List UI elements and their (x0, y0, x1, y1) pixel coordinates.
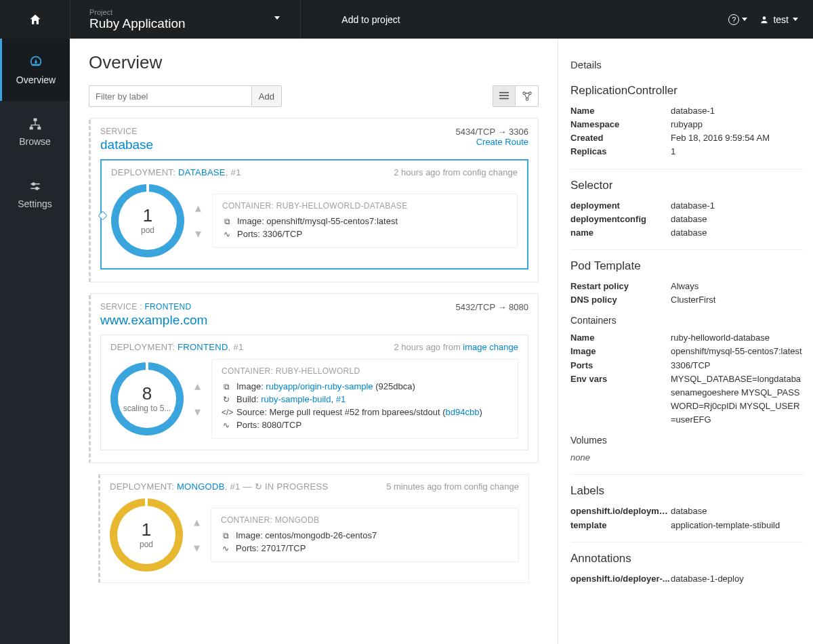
service-name-link[interactable]: database (100, 137, 153, 152)
sitemap-icon (28, 117, 42, 131)
route-url-link[interactable]: www.example.com (100, 313, 207, 327)
build-link[interactable]: ruby-sample-build (261, 394, 331, 404)
pod-label: scaling to 5... (123, 404, 171, 413)
service-label: SERVICE (100, 127, 153, 136)
image-row: Image: openshift/mysql-55-centos7:latest (237, 216, 398, 226)
list-view-button[interactable] (493, 85, 516, 107)
deployment-box-frontend[interactable]: DEPLOYMENT: FRONTEND, #1 2 hours ago fro… (100, 335, 528, 450)
deployment-box-mongodb[interactable]: DEPLOYMENT: MONGODB, #1 — ↻ IN PROGRESS … (98, 474, 529, 583)
deployment-name-link[interactable]: MONGODB (177, 481, 225, 492)
svg-rect-8 (499, 92, 509, 93)
scale-down-button[interactable]: ▾ (194, 404, 201, 419)
image-change-link[interactable]: image change (463, 342, 518, 352)
commit-link[interactable]: bd94cbb (446, 407, 480, 417)
chevron-down-icon (793, 18, 798, 21)
svg-rect-2 (29, 127, 33, 129)
image-row: Image: centos/mongodb-26-centos7 (236, 530, 377, 540)
chevron-down-icon (742, 18, 747, 21)
sidebar-item-label: Browse (19, 136, 51, 147)
help-menu[interactable]: ? (728, 14, 747, 25)
filter-add-button[interactable]: Add (251, 85, 282, 107)
pod-count: 1 (143, 207, 152, 224)
container-label: CONTAINER: RUBY-HELLOWORLD-DATABASE (222, 201, 507, 211)
service-tile-frontend: SERVICE : FRONTEND www.example.com 5432/… (89, 293, 539, 463)
image-icon: ⧉ (222, 382, 231, 391)
svg-point-11 (522, 92, 525, 95)
deployment-name-link[interactable]: DATABASE (178, 167, 226, 177)
deployment-tile-mongodb: DEPLOYMENT: MONGODB, #1 — ↻ IN PROGRESS … (89, 474, 539, 595)
port-mapping: 5432/TCP → 8080 (456, 302, 528, 312)
topology-view-button[interactable] (516, 85, 539, 107)
pod-label: pod (140, 540, 153, 549)
filter-bar: Add (89, 85, 539, 107)
rc-heading: ReplicationController (570, 84, 804, 98)
home-button[interactable] (0, 13, 70, 26)
deployment-label: DEPLOYMENT: (110, 342, 178, 352)
pod-count: 1 (142, 521, 151, 538)
help-icon: ? (728, 14, 739, 25)
page-title: Overview (89, 52, 548, 73)
scale-down-button[interactable]: ▾ (195, 226, 201, 241)
add-to-project-button[interactable]: Add to project (300, 0, 441, 39)
user-menu[interactable]: test (759, 14, 798, 25)
containers-subheading: Containers (570, 315, 804, 326)
image-icon: ⧉ (221, 531, 230, 540)
pod-donut[interactable]: 8 scaling to 5... (110, 362, 184, 435)
list-icon (499, 91, 509, 101)
svg-rect-1 (33, 119, 37, 121)
view-toggle (493, 85, 539, 107)
container-info: CONTAINER: MONGODB ⧉Image: centos/mongod… (211, 508, 519, 562)
svg-point-13 (526, 98, 528, 101)
deployment-time: 2 hours ago from config change (394, 167, 518, 177)
pod-count: 8 (142, 385, 152, 402)
svg-rect-3 (37, 127, 41, 129)
sidebar-item-browse[interactable]: Browse (0, 101, 70, 163)
chevron-down-icon (274, 16, 280, 20)
port-mapping: 5434/TCP → 3306 (456, 127, 528, 137)
code-icon: </> (222, 408, 231, 417)
deployment-name-link[interactable]: FRONTEND (178, 342, 228, 352)
top-navbar: Project Ruby Application Add to project … (0, 0, 813, 39)
main-content: Overview Add SERVICE database 5434/TCP →… (70, 39, 558, 644)
sidebar-item-label: Settings (18, 198, 52, 209)
service-frontend-link[interactable]: FRONTEND (144, 302, 191, 312)
project-selector[interactable]: Project Ruby Application (70, 0, 300, 39)
create-route-link[interactable]: Create Route (476, 137, 528, 147)
scale-down-button[interactable]: ▾ (194, 540, 200, 555)
build-number-link[interactable]: #1 (336, 394, 346, 404)
ports-row: Ports: 8080/TCP (236, 420, 301, 430)
deployment-time-pre: 2 hours ago from (394, 342, 463, 352)
refresh-icon: ↻ (222, 395, 231, 404)
sliders-icon (28, 179, 42, 193)
image-link[interactable]: rubyapp/origin-ruby-sample (266, 381, 373, 391)
deployment-number: , #1 (228, 342, 244, 352)
scale-up-button[interactable]: ▴ (194, 515, 200, 530)
filter-input[interactable] (89, 85, 251, 107)
user-icon (759, 15, 769, 24)
details-title: Details (570, 59, 804, 70)
container-info: CONTAINER: RUBY-HELLOWORLD-DATABASE ⧉Ima… (212, 194, 518, 248)
pod-donut[interactable]: 1 pod (110, 498, 183, 572)
pod-template-heading: Pod Template (570, 259, 804, 273)
scale-up-button[interactable]: ▴ (194, 379, 201, 393)
deployment-status: , #1 — ↻ IN PROGRESS (225, 481, 329, 492)
svg-point-12 (528, 92, 531, 95)
deployment-label: DEPLOYMENT: (110, 481, 177, 492)
dashboard-icon (28, 54, 43, 69)
svg-rect-10 (499, 98, 509, 100)
scale-up-button[interactable]: ▴ (195, 200, 201, 215)
sidebar: Overview Browse Settings (0, 39, 70, 644)
annotations-heading: Annotations (570, 552, 804, 565)
pod-donut[interactable]: 1 pod (111, 184, 184, 257)
deployment-time: 5 minutes ago from config change (386, 481, 519, 492)
deployment-label: DEPLOYMENT: (111, 167, 178, 177)
image-icon: ⧉ (222, 217, 232, 226)
svg-point-7 (35, 188, 37, 190)
topology-icon (522, 91, 532, 101)
deployment-number: , #1 (226, 167, 241, 177)
sidebar-item-overview[interactable]: Overview (0, 39, 70, 101)
deployment-box-database[interactable]: DEPLOYMENT: DATABASE, #1 2 hours ago fro… (100, 159, 528, 270)
container-label: CONTAINER: MONGODB (221, 515, 509, 525)
activity-icon: ∿ (222, 230, 232, 239)
sidebar-item-settings[interactable]: Settings (0, 163, 70, 226)
